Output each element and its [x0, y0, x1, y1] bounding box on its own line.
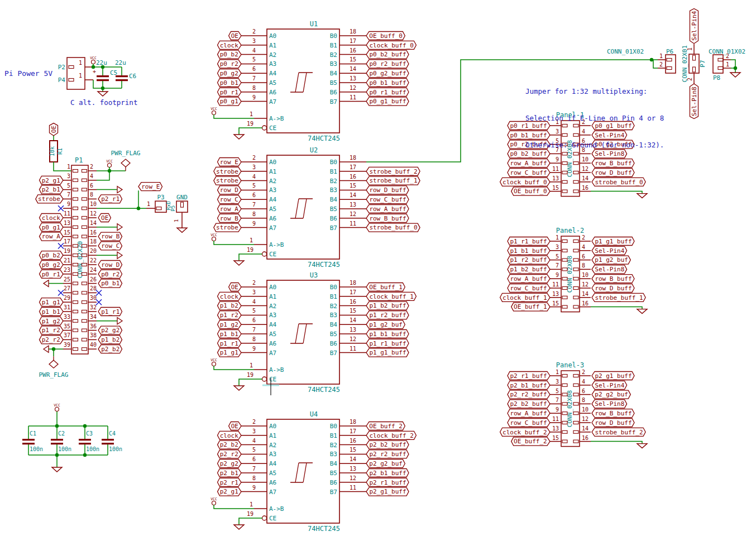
global-label-strobe_buff_0[interactable]: strobe_buff_0 — [366, 223, 420, 232]
connector-Panel-3[interactable]: Panel-3CONN_02X081p2_r1_buff3p2_b1_buff5… — [500, 361, 647, 448]
global-label-Sel-Pin4[interactable]: Sel-Pin4 — [592, 246, 627, 255]
global-label-clock_buff_0[interactable]: clock_buff_0 — [366, 41, 416, 49]
global-label-p2_b2[interactable]: p2_b2 — [218, 441, 242, 449]
global-label-OE[interactable]: OE — [229, 283, 241, 291]
chip-U1[interactable]: U174HCT245OE2A018B0OE_buff_0clock3A117B1… — [210, 20, 416, 142]
global-label-OE-vertical[interactable]: OE — [50, 123, 58, 136]
global-label-p1_g1_buff[interactable]: p1_g1_buff — [366, 348, 409, 357]
global-label-clock_buff_2[interactable]: clock_buff_2 — [500, 428, 550, 436]
label-flag[interactable]: OE — [50, 123, 58, 136]
global-label-OE_buff_1[interactable]: OE_buff_1 — [366, 283, 405, 291]
global-label-p2_r2[interactable]: p2_r2 — [40, 336, 64, 344]
connector-P1[interactable]: P1CONN_02X2013p2_g15p2_b17strobe911clock… — [36, 150, 188, 379]
empty-label-arrow-icon[interactable] — [117, 186, 122, 193]
global-label-p1_r1_buff[interactable]: p1_r1_buff — [508, 237, 550, 246]
connector-p2p4-body[interactable] — [67, 58, 85, 89]
chip-U3[interactable]: U374HCT245OE2A018B0OE_buff_1clock3A117B1… — [210, 271, 416, 395]
global-label-p0_g2[interactable]: p0_g2 — [40, 261, 64, 269]
global-label-p1_b2_buff[interactable]: p1_b2_buff — [508, 265, 550, 274]
global-label-p2_r1[interactable]: p2_r1 — [218, 478, 242, 486]
global-label-p1_r2_buff[interactable]: p1_r2_buff — [366, 311, 409, 319]
global-label-row_A_buff[interactable]: row_A_buff — [508, 275, 550, 283]
global-label-row_A[interactable]: row_A — [40, 232, 64, 241]
global-label-clock_buff_1[interactable]: clock_buff_1 — [500, 293, 550, 301]
global-label-Sel-Pin8[interactable]: Sel-Pin8 — [592, 265, 627, 274]
global-label-clock_buff_0[interactable]: clock_buff_0 — [500, 178, 550, 186]
global-label-p0_g1[interactable]: p0_g1 — [218, 97, 242, 106]
global-label-p1_r1[interactable]: p1_r1 — [98, 308, 122, 316]
global-label-p1_r2[interactable]: p1_r2 — [218, 311, 242, 319]
global-label-strobe_buff_0[interactable]: strobe_buff_0 — [592, 178, 645, 186]
global-label-strobe[interactable]: strobe — [214, 223, 241, 232]
global-label-OE_buff_0[interactable]: OE_buff_0 — [511, 187, 550, 195]
global-label-p2_b2_buff[interactable]: p2_b2_buff — [366, 441, 409, 449]
global-label-strobe[interactable]: strobe — [36, 195, 63, 203]
global-label-row_B[interactable]: row_B — [98, 232, 122, 241]
global-label-p0_g2_buff[interactable]: p0_g2_buff — [366, 69, 409, 78]
global-label-p1_g1_buff[interactable]: p1_g1_buff — [592, 237, 634, 246]
global-label-strobe_buff_1[interactable]: strobe_buff_1 — [366, 176, 420, 185]
global-label-OE_buff_0[interactable]: OE_buff_0 — [366, 32, 405, 40]
global-label-row_D_buff[interactable]: row_D_buff — [366, 186, 409, 194]
global-label-p2_r2_buff[interactable]: p2_r2_buff — [508, 390, 550, 399]
global-label-p1_b2[interactable]: p1_b2 — [98, 336, 122, 344]
global-label-p1_r1[interactable]: p1_r1 — [218, 339, 242, 347]
label-flag[interactable]: Sel-Pin8 — [690, 84, 698, 119]
pwr-flag[interactable]: PWR_FLAG — [39, 356, 69, 379]
global-label-OE_buff_2[interactable]: OE_buff_2 — [511, 437, 550, 446]
global-label-Sel-Pin4[interactable]: Sel-Pin4 — [592, 381, 627, 389]
global-label-Sel-Pin8[interactable]: Sel-Pin8 — [690, 84, 698, 119]
global-label-OE[interactable]: OE — [98, 214, 111, 222]
decoupling-caps-section[interactable]: VCCC1100nC2100nC3100nC4100n — [22, 403, 122, 472]
global-label-clock[interactable]: clock — [218, 431, 242, 439]
global-label-p0_r2[interactable]: p0_r2 — [98, 270, 122, 278]
global-label-row_D[interactable]: row_D — [218, 186, 242, 194]
global-label-p2_g1[interactable]: p2_g1 — [40, 176, 64, 184]
global-label-p0_g1[interactable]: p0_g1 — [40, 223, 64, 231]
global-label-p2_g2_buf[interactable]: p2_g2_buf — [592, 390, 630, 399]
empty-label-arrow-icon[interactable] — [44, 280, 49, 287]
global-label-row_C[interactable]: row_C — [98, 242, 122, 250]
global-label-p2_r1_buff[interactable]: p2_r1_buff — [508, 372, 550, 380]
global-label-row_C_buff[interactable]: row_C_buff — [508, 419, 550, 427]
global-label-p2_g2[interactable]: p2_g2 — [218, 459, 242, 468]
global-label-OE_buff_1[interactable]: OE_buff_1 — [511, 303, 550, 311]
global-label-p1_g2[interactable]: p1_g2 — [218, 320, 242, 329]
global-label-p2_b1[interactable]: p2_b1 — [218, 469, 242, 477]
global-label-strobe_buff_2[interactable]: strobe_buff_2 — [366, 167, 420, 175]
global-label-p1_r2_buff[interactable]: p1_r2_buff — [508, 256, 550, 264]
global-label-row_C[interactable]: row_C — [218, 195, 242, 204]
global-label-p0_b2[interactable]: p0_b2 — [218, 50, 242, 59]
global-label-Sel-Pin8[interactable]: Sel-Pin8 — [592, 400, 627, 408]
label-flag[interactable]: Sel-Pin4 — [690, 8, 698, 44]
global-label-row_B[interactable]: row_B — [218, 214, 242, 222]
global-label-p1_g2_buf[interactable]: p1_g2_buf — [366, 320, 405, 329]
empty-label-arrow-icon[interactable] — [44, 346, 49, 352]
global-label-p0_g1_buff[interactable]: p0_g1_buff — [366, 97, 409, 106]
global-label-p1_b2[interactable]: p1_b2 — [218, 301, 242, 310]
global-label-row_B_buff[interactable]: row_B_buff — [366, 214, 409, 222]
global-label-p0_r1[interactable]: p0_r1 — [40, 270, 64, 278]
global-label-OE[interactable]: OE — [229, 422, 241, 430]
global-label-row_D[interactable]: row_D — [98, 261, 122, 269]
global-label-p1_b1[interactable]: p1_b1 — [40, 308, 64, 316]
global-label-clock[interactable]: clock — [40, 214, 64, 222]
global-label-p1_g2[interactable]: p1_g2 — [40, 317, 64, 325]
global-label-p1_r1_buff[interactable]: p1_r1_buff — [366, 339, 409, 347]
global-label-p0_r1[interactable]: p0_r1 — [218, 88, 242, 96]
global-label-p2_g2[interactable]: p2_g2 — [98, 326, 122, 334]
global-label-clock[interactable]: clock — [218, 41, 242, 49]
global-label-p1_b2_buff[interactable]: p1_b2_buff — [366, 301, 409, 310]
connector-P7-body[interactable] — [689, 54, 699, 73]
empty-label-arrow-icon[interactable] — [117, 224, 122, 231]
global-label-OE_buff_2[interactable]: OE_buff_2 — [366, 422, 405, 430]
global-label-row_E[interactable]: row_E — [138, 183, 162, 191]
global-label-p0_b1[interactable]: p0_b1 — [98, 279, 122, 288]
global-label-clock[interactable]: clock — [218, 292, 242, 300]
global-label-p0_b2_buff[interactable]: p0_b2_buff — [366, 50, 409, 59]
global-label-row_A_buff[interactable]: row_A_buff — [508, 409, 550, 418]
global-label-p1_b1[interactable]: p1_b1 — [218, 330, 242, 338]
global-label-p1_b1_buff[interactable]: p1_b1_buff — [508, 246, 550, 255]
global-label-p2_g1[interactable]: p2_g1 — [218, 487, 242, 496]
global-label-strobe[interactable]: strobe — [214, 176, 241, 185]
